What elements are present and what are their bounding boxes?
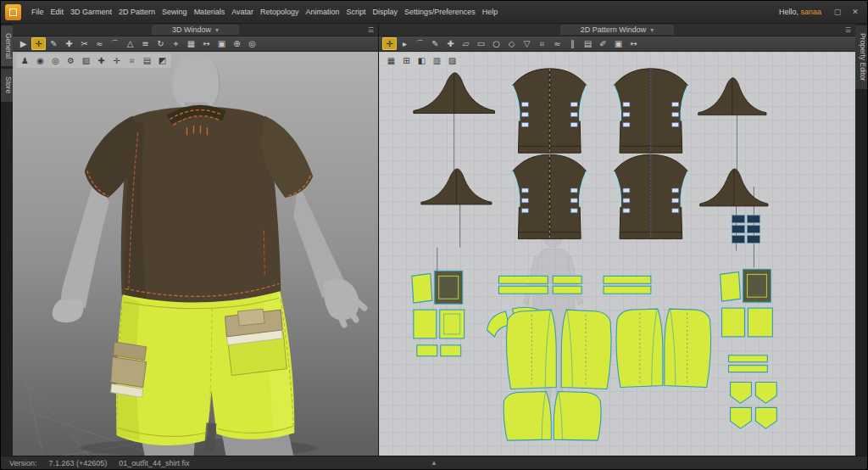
pattern-piece-sleeve-3[interactable] <box>421 169 492 204</box>
edit-curvature-tool[interactable]: ⌒ <box>413 37 427 50</box>
menu-item[interactable]: Animation <box>303 1 343 23</box>
grading-tool[interactable]: ▤ <box>581 37 595 50</box>
menu-item[interactable]: Sewing <box>159 1 191 23</box>
menu-item[interactable]: 2D Pattern <box>115 1 159 23</box>
close-window-icon[interactable]: ✕ <box>849 8 861 16</box>
greeting-text: Hello, sanaa <box>779 8 821 16</box>
texture-editor-2d-tool[interactable]: ▣ <box>611 37 626 50</box>
pane-menu-icon[interactable]: ☰ <box>845 26 851 34</box>
free-sewing-2d-tool[interactable]: ∥ <box>565 37 580 50</box>
menu-item[interactable]: Edit <box>47 1 68 23</box>
circle-tool[interactable]: ○ <box>489 37 504 50</box>
statusbar-expand-icon[interactable]: ▲ <box>431 459 437 467</box>
show-grainline-icon[interactable]: ▥ <box>430 54 444 67</box>
select-move-tool[interactable]: ✛ <box>31 37 46 50</box>
menu-item[interactable]: Settings/Preferences <box>401 1 479 23</box>
2d-pattern-window-tab[interactable]: 2D Pattern Window ▾ <box>560 25 675 35</box>
transform-pattern-tool[interactable]: ✛ <box>382 37 397 50</box>
flatten-tool[interactable]: ▦ <box>184 37 198 50</box>
show-arrangement-points-icon[interactable]: ◉ <box>33 54 47 67</box>
show-pattern-outline-icon[interactable]: ▦ <box>384 54 398 67</box>
measure-tool[interactable]: ↔ <box>199 37 214 50</box>
pattern-piece-vest-front-1[interactable] <box>512 69 587 153</box>
menu-item[interactable]: Display <box>370 1 402 23</box>
3d-window-title: 3D Window <box>172 25 211 34</box>
show-wireframe-icon[interactable]: ▤ <box>140 54 154 67</box>
show-notches-icon[interactable]: ◧ <box>415 54 429 67</box>
texture-tool[interactable]: ▣ <box>214 37 229 50</box>
notch-dart-tool[interactable]: ▽ <box>520 37 534 50</box>
app-window: FileEdit3D Garment2D PatternSewingMateri… <box>0 0 868 470</box>
garment-shorts[interactable] <box>111 291 295 451</box>
simulate-tool[interactable]: ▶ <box>16 37 31 50</box>
measure-2d-tool[interactable]: ↔ <box>626 37 641 50</box>
pattern-piece-sleeve-4[interactable] <box>700 169 768 206</box>
segment-sewing-2d-tool[interactable]: ≈ <box>550 37 565 50</box>
3d-avatar-toolbar: ♟◉◎⚙▧✚✛⌗▤◩ <box>16 53 171 68</box>
pattern-annotation-tool[interactable]: ✐ <box>596 37 610 50</box>
wind-controller-tool[interactable]: ≡ <box>138 37 153 50</box>
show-grid-icon[interactable]: ⌗ <box>125 54 139 67</box>
free-sewing-tool[interactable]: ⌒ <box>108 37 122 50</box>
pane-menu-icon[interactable]: ☰ <box>368 26 374 34</box>
3d-viewport[interactable]: ♟◉◎⚙▧✚✛⌗▤◩ <box>13 52 378 456</box>
menu-item[interactable]: Script <box>343 1 370 23</box>
3d-main-toolbar: ▶✛✎✚✂≈⌒△≡↻⌖▦↔▣⊕◎ <box>13 36 378 52</box>
tab-store[interactable]: Store <box>1 69 13 101</box>
restore-window-icon[interactable]: ▢ <box>832 8 843 16</box>
pattern-piece-vest-back-1[interactable] <box>614 69 688 153</box>
show-garment-icon[interactable]: ▧ <box>79 54 93 67</box>
show-strain-map-icon[interactable]: ◩ <box>155 54 170 67</box>
avatar-skin-offset-icon[interactable]: ⚙ <box>64 54 78 67</box>
show-arrangement-volumes-icon[interactable]: ◎ <box>48 54 63 67</box>
fold-arrangement-tool[interactable]: △ <box>123 37 137 50</box>
pattern-3d-pen-tool[interactable]: ⊕ <box>230 37 244 50</box>
add-point-split-tool[interactable]: ✚ <box>443 37 458 50</box>
version-value: 7.1.263 (+42605) <box>49 459 108 467</box>
pattern-piece-vest-front-2[interactable] <box>512 154 587 238</box>
chevron-down-icon: ▾ <box>650 26 654 34</box>
show-base-line-icon[interactable]: ▨ <box>445 54 459 67</box>
2d-tabbar: 2D Pattern Window ▾ ☰ <box>379 24 855 36</box>
select-mesh-brush-tool[interactable]: ✎ <box>47 37 61 50</box>
statusbar: Version: 7.1.263 (+42605) 01_outfit_44_s… <box>1 456 867 469</box>
show-gizmo-icon[interactable]: ✛ <box>109 54 124 67</box>
pattern-piece-trim-set[interactable] <box>732 215 760 243</box>
show-pins-icon[interactable]: ✚ <box>94 54 108 67</box>
pattern-piece-sleeve-1[interactable] <box>414 73 495 114</box>
pattern-pieces-shorts[interactable] <box>412 269 776 440</box>
2d-viewport[interactable]: ▦⊞◧▥▨ <box>379 52 855 456</box>
menu-item[interactable]: Help <box>479 1 502 23</box>
rectangle-tool[interactable]: ▭ <box>474 37 488 50</box>
show-sewing-lines-icon[interactable]: ⊞ <box>399 54 414 67</box>
chevron-down-icon: ▾ <box>215 26 219 34</box>
pattern-piece-vest-back-2[interactable] <box>614 154 688 238</box>
menu-item[interactable]: File <box>28 1 47 23</box>
right-tab-strip: Property Editor <box>855 24 867 456</box>
username[interactable]: sanaa <box>800 8 821 16</box>
gizmo-rotate-tool[interactable]: ↻ <box>153 37 168 50</box>
menu-item[interactable]: Avatar <box>228 1 257 23</box>
tape-tool[interactable]: ⌖ <box>169 37 183 50</box>
pin-tool[interactable]: ✚ <box>62 37 76 50</box>
3d-window-tab[interactable]: 3D Window ▾ <box>152 25 239 35</box>
edit-curve-point-tool[interactable]: ✎ <box>428 37 442 50</box>
show-avatar-icon[interactable]: ♟ <box>18 54 32 67</box>
tab-property-editor[interactable]: Property Editor <box>855 25 867 89</box>
3d-scene <box>13 52 378 456</box>
polygon-tool[interactable]: ▱ <box>459 37 473 50</box>
menu-item[interactable]: 3D Garment <box>67 1 115 23</box>
menubar: FileEdit3D Garment2D PatternSewingMateri… <box>1 1 867 24</box>
edit-pattern-tool[interactable]: ▸ <box>398 37 412 50</box>
dart-tool[interactable]: ◇ <box>504 37 519 50</box>
pattern-piece-sleeve-2[interactable] <box>698 78 766 115</box>
menu-item[interactable]: Materials <box>191 1 229 23</box>
cargo-pocket-left <box>111 342 147 398</box>
sewing-edit-tool[interactable]: ✂ <box>77 37 92 50</box>
zoom-fit-tool[interactable]: ◎ <box>245 37 259 50</box>
tab-general[interactable]: General <box>1 25 13 66</box>
app-logo-icon[interactable] <box>5 4 21 20</box>
seam-allowance-tool[interactable]: ⌗ <box>535 37 549 50</box>
segment-sewing-tool[interactable]: ≈ <box>92 37 107 50</box>
menu-item[interactable]: Retopology <box>257 1 303 23</box>
